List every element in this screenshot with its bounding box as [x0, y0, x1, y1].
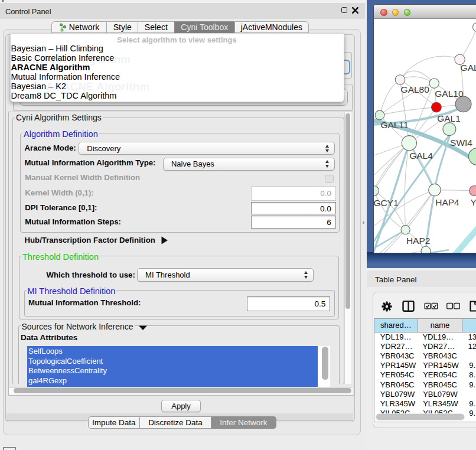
svg-text:GCY1: GCY1 — [374, 198, 399, 208]
svg-text:HAP2: HAP2 — [406, 235, 431, 245]
svg-text:SWI4: SWI4 — [450, 138, 472, 148]
svg-text:GAL1: GAL1 — [437, 113, 461, 123]
svg-text:GAL11: GAL11 — [380, 119, 408, 129]
svg-text:GAL7: GAL7 — [461, 63, 476, 73]
svg-text:GAL4: GAL4 — [409, 151, 433, 161]
svg-text:Y: Y — [470, 197, 476, 207]
svg-text:GAL80: GAL80 — [401, 84, 430, 94]
svg-text:HAP4: HAP4 — [435, 197, 459, 207]
svg-text:GAL10: GAL10 — [435, 89, 464, 99]
